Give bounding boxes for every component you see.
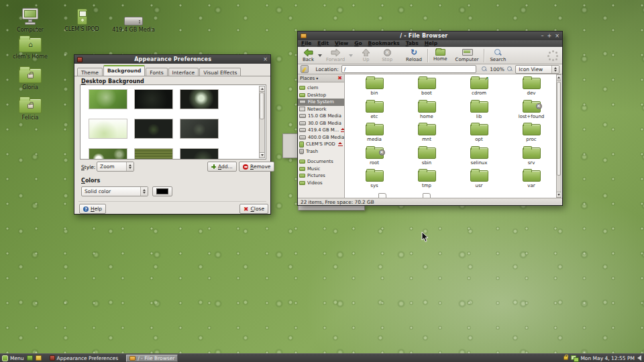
file-item-proc[interactable]: proc: [505, 123, 557, 146]
wallpaper-list[interactable]: [80, 84, 266, 160]
back-button[interactable]: Back: [300, 48, 317, 63]
desktop-icon-media[interactable]: 419.4 GB Media: [112, 7, 155, 33]
edit-location-button[interactable]: [301, 65, 309, 73]
menu-file[interactable]: File: [301, 40, 311, 47]
minimize-button[interactable]: –: [541, 33, 544, 40]
places-header[interactable]: Places: [298, 74, 344, 82]
volume-icon[interactable]: [637, 355, 641, 361]
appearance-titlebar[interactable]: Appearance Preferences ×: [74, 55, 270, 64]
menu-help[interactable]: Help: [425, 40, 437, 47]
maximize-button[interactable]: +: [547, 33, 552, 40]
desktop-icon-ipod[interactable]: CLEM'S IPOD: [60, 6, 103, 32]
clock[interactable]: Mon May 4, 12:55 PM: [580, 355, 635, 361]
back-history-chevron-icon[interactable]: [318, 54, 322, 57]
place-file-system[interactable]: File System: [298, 99, 344, 106]
place-music[interactable]: Music: [298, 166, 344, 173]
add-button[interactable]: Add...: [207, 162, 237, 172]
wallpaper-thumbnail[interactable]: [89, 148, 127, 160]
icon-view[interactable]: bin boot cdrom dev etc home lib lost+fou…: [345, 74, 562, 198]
scroll-down-button[interactable]: [557, 192, 561, 197]
home-button[interactable]: Home: [431, 48, 450, 62]
file-item-usr[interactable]: usr: [453, 169, 505, 192]
color-mode-combobox[interactable]: Solid color: [81, 186, 148, 196]
close-button[interactable]: Close: [239, 204, 268, 214]
file-view-scrollbar[interactable]: [556, 74, 561, 198]
file-item-lib[interactable]: lib: [453, 100, 505, 123]
scroll-down-button[interactable]: [260, 152, 264, 158]
wallpaper-thumbnail[interactable]: [134, 89, 173, 109]
show-desktop-icon[interactable]: [27, 355, 33, 361]
wallpaper-thumbnail[interactable]: [180, 119, 219, 139]
menu-button[interactable]: Menu: [10, 355, 24, 361]
view-mode-combobox[interactable]: Icon View: [515, 65, 559, 74]
scrollbar-thumb[interactable]: [260, 93, 264, 119]
place-media-15[interactable]: 15.0 GB Media: [298, 113, 344, 120]
close-button[interactable]: ×: [263, 56, 268, 63]
file-item-cdrom[interactable]: cdrom: [453, 76, 505, 100]
file-item-boot[interactable]: boot: [400, 76, 453, 100]
eject-icon[interactable]: [341, 128, 343, 132]
wallpaper-thumbnail[interactable]: [89, 89, 127, 109]
menu-tabs[interactable]: Tabs: [406, 40, 419, 47]
eject-icon[interactable]: [338, 142, 343, 146]
scrollbar-thumb[interactable]: [557, 82, 561, 176]
task-file-browser[interactable]: / - File Browser: [126, 355, 178, 362]
file-item-lost-found[interactable]: lost+found: [505, 100, 557, 123]
place-pictures[interactable]: Pictures: [298, 172, 344, 180]
file-browser-titlebar[interactable]: / - File Browser – + ×: [298, 32, 562, 40]
close-sidebar-icon[interactable]: [337, 75, 342, 81]
location-input[interactable]: /: [341, 65, 476, 73]
wallpaper-thumbnail[interactable]: [134, 148, 173, 160]
file-item-var[interactable]: var: [505, 169, 557, 192]
wallpaper-thumbnail[interactable]: [134, 119, 173, 139]
file-item-tmp[interactable]: tmp: [400, 169, 453, 192]
notes-applet-icon[interactable]: [36, 355, 42, 361]
place-media-30[interactable]: 30.0 GB Media: [298, 120, 344, 127]
remove-button[interactable]: Remove: [239, 162, 274, 172]
zoom-out-icon[interactable]: [482, 66, 488, 72]
desktop-icon-home[interactable]: clem's Home: [9, 34, 52, 60]
place-media-400[interactable]: 400.0 GB Media: [298, 134, 344, 141]
style-combobox[interactable]: Zoom: [97, 162, 134, 172]
up-button[interactable]: Up: [360, 48, 372, 63]
file-item-etc[interactable]: etc: [348, 100, 400, 123]
help-button[interactable]: Help: [79, 204, 106, 214]
task-appearance-preferences[interactable]: Appearance Preferences: [47, 355, 121, 362]
menu-go[interactable]: Go: [354, 40, 362, 47]
reload-button[interactable]: Reload: [403, 48, 425, 63]
scroll-up-button[interactable]: [260, 86, 264, 92]
place-documents[interactable]: Documents: [298, 158, 344, 166]
close-button[interactable]: ×: [555, 33, 559, 40]
place-clem[interactable]: clem: [298, 84, 344, 92]
file-item-bin[interactable]: bin: [348, 76, 400, 100]
file-item-dev[interactable]: dev: [505, 76, 557, 100]
file-item-media[interactable]: media: [348, 123, 400, 146]
wallpaper-thumbnail[interactable]: [180, 89, 219, 109]
wallpaper-thumbnail[interactable]: [180, 148, 219, 160]
wallpaper-scrollbar[interactable]: [259, 86, 265, 158]
menu-view[interactable]: View: [335, 40, 348, 47]
place-media-419[interactable]: 419.4 GB M...: [298, 127, 344, 134]
desktop-icon-felicia[interactable]: Felicia: [9, 95, 52, 121]
place-ipod[interactable]: CLEM'S IPOD: [298, 141, 344, 148]
file-item-selinux[interactable]: selinux: [453, 146, 505, 170]
desktop-icon-computer[interactable]: Computer: [9, 7, 52, 33]
file-item-sbin[interactable]: sbin: [400, 146, 453, 170]
tab-background[interactable]: Background: [103, 65, 145, 76]
menu-edit[interactable]: Edit: [317, 40, 329, 47]
file-item-home[interactable]: home: [400, 100, 453, 123]
place-trash[interactable]: Trash: [298, 148, 344, 156]
forward-button[interactable]: Forward: [323, 48, 347, 63]
keyring-lock-icon[interactable]: [564, 356, 568, 360]
search-button[interactable]: Search: [487, 48, 508, 63]
place-videos[interactable]: Videos: [298, 180, 344, 187]
color-swatch-button[interactable]: [152, 186, 172, 196]
file-item-srv[interactable]: srv: [505, 146, 557, 170]
zoom-in-icon[interactable]: [507, 66, 513, 72]
desktop-icon-gloria[interactable]: Gloria: [9, 64, 52, 90]
file-item-sys[interactable]: sys: [348, 169, 400, 192]
computer-button[interactable]: Computer: [453, 48, 482, 63]
network-status-icon[interactable]: [571, 355, 578, 361]
menu-bookmarks[interactable]: Bookmarks: [368, 40, 400, 47]
place-network[interactable]: Network: [298, 106, 344, 113]
